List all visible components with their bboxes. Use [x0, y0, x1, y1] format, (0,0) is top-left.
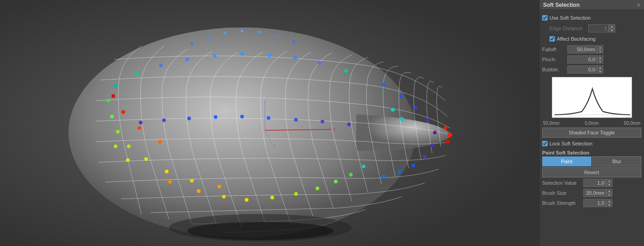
- svg-point-52: [316, 187, 319, 190]
- use-soft-selection-row: Use Soft Selection: [542, 13, 641, 22]
- pinch-down[interactable]: ▼: [597, 59, 603, 64]
- svg-point-72: [292, 40, 295, 43]
- edge-distance-input[interactable]: [588, 24, 609, 32]
- falloff-label: Falloff:: [542, 47, 567, 52]
- affect-backfacing-checkbox[interactable]: [549, 36, 555, 42]
- svg-point-15: [127, 144, 131, 148]
- svg-point-41: [187, 117, 191, 120]
- svg-text:Z: Z: [266, 95, 269, 100]
- svg-point-59: [391, 108, 395, 112]
- bubble-label: Bubble:: [542, 67, 567, 72]
- svg-point-3: [213, 54, 216, 58]
- curve-labels: 50,0mm 0,0mm 50,0mm: [542, 121, 641, 126]
- falloff-row: Falloff: ▲ ▼: [542, 45, 641, 54]
- svg-point-25: [399, 94, 403, 98]
- svg-point-6: [293, 56, 297, 60]
- pinch-input[interactable]: [567, 55, 597, 64]
- affect-backfacing-row: Affect Backfacing: [542, 34, 641, 43]
- blur-button[interactable]: Blur: [592, 156, 642, 166]
- lock-soft-selection-label: Lock Soft Selection: [549, 141, 592, 146]
- panel-title: Soft Selection: [543, 2, 580, 8]
- svg-point-4: [268, 53, 271, 57]
- svg-point-35: [446, 140, 449, 144]
- selection-value-row: Selection Value ▲ ▼: [542, 178, 641, 187]
- use-soft-selection-label: Use Soft Selection: [549, 15, 591, 21]
- svg-point-31: [412, 164, 415, 167]
- svg-point-44: [347, 123, 351, 126]
- svg-point-21: [137, 126, 141, 130]
- svg-point-17: [165, 170, 169, 173]
- svg-point-8: [318, 61, 322, 65]
- curve-label-right: 50,0mm: [624, 121, 640, 126]
- svg-point-26: [414, 106, 417, 109]
- svg-point-58: [400, 117, 404, 121]
- edge-distance-down[interactable]: ▼: [609, 28, 615, 32]
- svg-point-30: [423, 155, 427, 158]
- svg-point-70: [275, 35, 278, 37]
- svg-point-5: [185, 58, 189, 61]
- edge-distance-up[interactable]: ▲: [609, 24, 615, 28]
- svg-point-74: [187, 222, 333, 240]
- brush-size-input[interactable]: [583, 189, 606, 197]
- selection-value-input[interactable]: [583, 179, 606, 187]
- svg-point-66: [241, 30, 243, 32]
- svg-point-48: [222, 195, 226, 198]
- svg-point-33: [382, 175, 385, 178]
- bubble-row: Bubble: ▲ ▼: [542, 65, 641, 74]
- 3d-viewport[interactable]: Z Y X: [0, 0, 539, 246]
- svg-point-68: [258, 31, 261, 33]
- panel-drag-handle: ≡: [637, 1, 640, 9]
- curve-label-left: 50,0mm: [543, 121, 560, 126]
- bubble-input[interactable]: [567, 65, 597, 74]
- paint-button[interactable]: Paint: [542, 156, 591, 166]
- svg-point-55: [362, 165, 365, 168]
- svg-point-47: [197, 189, 201, 193]
- use-soft-selection-checkbox[interactable]: [542, 15, 548, 21]
- svg-point-24: [382, 83, 385, 86]
- falloff-up[interactable]: ▲: [597, 45, 603, 49]
- svg-point-43: [162, 118, 166, 122]
- brush-strength-up[interactable]: ▲: [606, 199, 612, 203]
- edge-distance-row: Edge Distance: ▲ ▼: [542, 24, 641, 33]
- selection-value-label: Selection Value: [542, 180, 583, 186]
- svg-point-11: [114, 84, 117, 88]
- svg-point-22: [121, 110, 125, 114]
- svg-point-53: [334, 180, 338, 183]
- affect-backfacing-label: Affect Backfacing: [557, 36, 596, 42]
- brush-strength-row: Brush Strength ▲ ▼: [542, 198, 641, 208]
- svg-point-19: [217, 185, 221, 188]
- svg-point-42: [321, 120, 324, 123]
- revert-button[interactable]: Revert: [542, 167, 641, 177]
- panel-header: Soft Selection ≡: [539, 0, 644, 10]
- svg-point-37: [240, 115, 244, 118]
- svg-point-29: [430, 144, 434, 147]
- svg-point-50: [270, 196, 274, 199]
- brush-size-down[interactable]: ▼: [606, 193, 612, 197]
- brush-size-up[interactable]: ▲: [606, 189, 612, 193]
- svg-point-34: [448, 133, 452, 137]
- svg-point-49: [245, 198, 248, 202]
- falloff-down[interactable]: ▼: [597, 49, 603, 53]
- svg-text:X: X: [273, 144, 276, 149]
- brush-strength-down[interactable]: ▼: [606, 203, 612, 207]
- svg-point-20: [158, 140, 162, 144]
- svg-point-12: [106, 99, 110, 102]
- brush-size-row: Brush Size ▲ ▼: [542, 188, 641, 198]
- bubble-down[interactable]: ▼: [597, 70, 603, 74]
- bubble-up[interactable]: ▲: [597, 65, 603, 70]
- brush-strength-label: Brush Strength: [542, 200, 583, 206]
- selection-value-up[interactable]: ▲: [606, 179, 612, 183]
- svg-point-56: [126, 158, 130, 162]
- curve-label-center: 0,0mm: [585, 121, 599, 126]
- svg-point-10: [344, 69, 348, 73]
- edge-distance-label: Edge Distance:: [549, 26, 588, 31]
- falloff-input[interactable]: [567, 45, 597, 53]
- falloff-curve-display[interactable]: [552, 77, 632, 118]
- svg-point-2: [240, 52, 244, 56]
- selection-value-down[interactable]: ▼: [606, 183, 612, 187]
- brush-strength-input[interactable]: [583, 199, 606, 207]
- shaded-face-toggle-button[interactable]: Shaded Face Toggle: [542, 128, 641, 138]
- lock-soft-selection-checkbox[interactable]: [542, 141, 548, 146]
- pinch-up[interactable]: ▲: [597, 55, 603, 59]
- svg-point-46: [168, 180, 172, 184]
